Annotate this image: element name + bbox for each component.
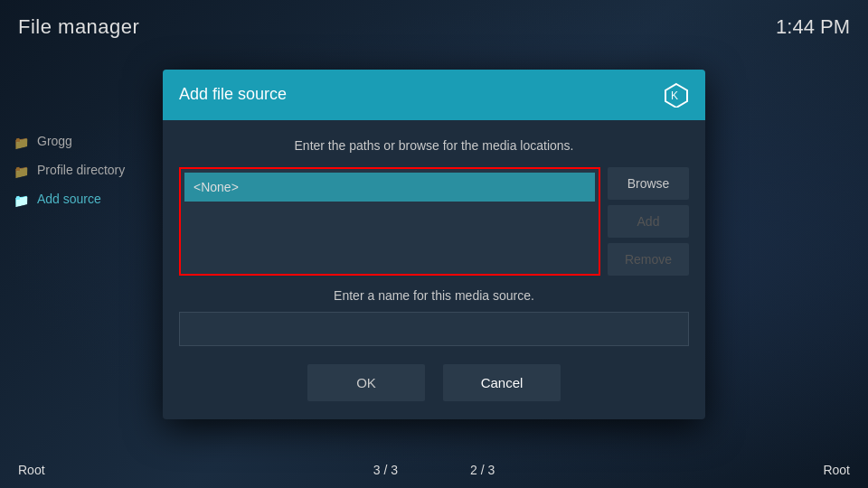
kodi-logo-icon: K [664, 82, 689, 108]
remove-button[interactable]: Remove [608, 243, 689, 276]
dialog-buttons: OK Cancel [179, 364, 689, 401]
browse-button[interactable]: Browse [608, 167, 689, 200]
name-input[interactable] [179, 312, 689, 346]
ok-button[interactable]: OK [307, 364, 425, 401]
source-path-input[interactable]: <None> [184, 173, 595, 202]
add-file-source-modal: Add file source K Enter the paths or bro… [163, 70, 705, 419]
modal-body: Enter the paths or browse for the media … [163, 120, 705, 419]
svg-text:K: K [671, 89, 678, 102]
source-input-area: <None> [179, 167, 600, 276]
modal-header: Add file source K [163, 70, 705, 120]
name-instruction: Enter a name for this media source. [179, 288, 689, 303]
cancel-button[interactable]: Cancel [443, 364, 561, 401]
modal-instruction: Enter the paths or browse for the media … [179, 138, 689, 153]
modal-title: Add file source [179, 85, 287, 104]
source-buttons: Browse Add Remove [608, 167, 689, 276]
modal-overlay: Add file source K Enter the paths or bro… [0, 0, 868, 488]
add-button[interactable]: Add [608, 205, 689, 238]
source-row: <None> Browse Add Remove [179, 167, 689, 276]
name-section: Enter a name for this media source. [179, 288, 689, 346]
